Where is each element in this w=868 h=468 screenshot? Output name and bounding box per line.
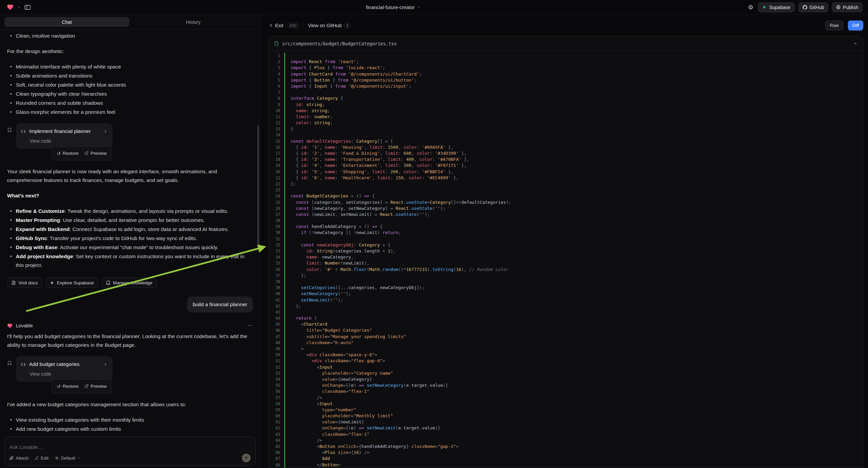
- line-number: 15: [269, 138, 284, 144]
- edit-card-add-budget-categories[interactable]: Add budget categories View code: [16, 356, 113, 382]
- view-code-link[interactable]: View code: [30, 370, 51, 378]
- explore-supabase-button[interactable]: Explore Supabase: [45, 277, 98, 288]
- project-switcher[interactable]: financial-future-creator: [366, 5, 421, 10]
- code-line: 24const BudgetCategories = () => {: [269, 193, 863, 199]
- supabase-icon: [50, 281, 54, 285]
- bookmark-icon[interactable]: [7, 127, 12, 133]
- code-line: 51 <div className="flex gap-4">: [269, 358, 863, 364]
- preview-button[interactable]: Preview: [82, 381, 110, 392]
- code-line: 12 color: string;: [269, 120, 863, 126]
- mode-label: Default: [61, 456, 75, 461]
- send-button[interactable]: [242, 454, 251, 462]
- file-path: src/components/budget/BudgetCategories.t…: [282, 41, 397, 46]
- preview-button[interactable]: Preview: [82, 148, 110, 159]
- user-message: build a financial planner: [187, 296, 253, 313]
- assistant-paragraph: I'll help you add budget categories to t…: [7, 332, 253, 350]
- code-text: [285, 309, 293, 315]
- line-number: 62: [269, 425, 284, 431]
- view-on-github-link[interactable]: View on GitHub 6: [308, 23, 350, 28]
- edit-card-implement-planner[interactable]: Implement financial planner View code: [16, 123, 113, 149]
- diff-toggle-button[interactable]: Diff: [848, 21, 863, 31]
- line-number: 7: [269, 89, 284, 95]
- code-text: limit: Number(newLimit),: [285, 260, 369, 266]
- restore-button[interactable]: ↺ Restore: [54, 381, 81, 392]
- code-line: 48 className="h-auto": [269, 340, 863, 346]
- line-number: 56: [269, 388, 284, 394]
- supabase-icon: [762, 5, 767, 9]
- line-number: 5: [269, 77, 284, 83]
- code-text: placeholder="Category name": [285, 370, 393, 376]
- chevron-right-icon: [103, 362, 108, 367]
- line-number: 21: [269, 175, 284, 181]
- chat-message-list[interactable]: Clean, intuitive navigation For the desi…: [0, 30, 260, 434]
- line-number: 26: [269, 205, 284, 211]
- restore-button[interactable]: ↺ Restore: [54, 148, 81, 159]
- code-card: src/components/budget/BudgetCategories.t…: [269, 36, 863, 468]
- line-number: 54: [269, 376, 284, 382]
- bullet-icon: [10, 102, 12, 104]
- code-editor[interactable]: 1 2import React from 'react';3import { P…: [269, 51, 863, 468]
- lovable-logo-icon[interactable]: [7, 4, 14, 11]
- github-button[interactable]: GitHub: [798, 2, 829, 12]
- exit-button[interactable]: Exit: [269, 23, 283, 28]
- line-number: 38: [269, 279, 284, 285]
- code-line: 65 <Button onClick={handleAddCategory} c…: [269, 443, 863, 449]
- code-text: id: String(categories.length + 1),: [285, 248, 396, 254]
- code-text: </Button>: [285, 462, 341, 468]
- code-text: setCategories([...categories, newCategor…: [285, 285, 425, 291]
- edit-mode-button[interactable]: Edit: [35, 456, 48, 461]
- list-item-text: Subtle animations and transitions: [16, 71, 92, 80]
- code-line: 61 value={newLimit}: [269, 419, 863, 425]
- chevron-down-icon[interactable]: [18, 6, 21, 9]
- bullet-icon: [10, 237, 12, 239]
- code-line: 17 { id: '2', name: 'Food & Dining', lim…: [269, 150, 863, 156]
- line-number: 17: [269, 150, 284, 156]
- supabase-button[interactable]: Supabase: [758, 2, 795, 12]
- project-name: financial-future-creator: [366, 5, 415, 10]
- code-line: 11 limit: number;: [269, 114, 863, 120]
- chat-input[interactable]: [9, 441, 251, 454]
- raw-toggle-button[interactable]: Raw: [825, 21, 843, 31]
- code-line: 58 <Input: [269, 401, 863, 407]
- visit-docs-button[interactable]: Visit docs: [7, 277, 42, 288]
- code-text: import { Plus } from 'lucide-react';: [285, 65, 385, 71]
- document-icon: [11, 281, 16, 285]
- tab-chat[interactable]: Chat: [4, 17, 129, 27]
- code-line: 42 };: [269, 303, 863, 309]
- code-line: 19 { id: '4', name: 'Entertainment', lim…: [269, 163, 863, 169]
- code-text: import React from 'react';: [285, 59, 359, 65]
- composer-toolbar: Attach Edit Default: [9, 454, 251, 462]
- chevron-up-icon[interactable]: [853, 41, 858, 46]
- code-line: 10 name: string;: [269, 108, 863, 114]
- bullet-icon: [10, 246, 12, 248]
- tab-history[interactable]: History: [131, 17, 256, 27]
- edit-card-toolbar: ↺ Restore Preview: [52, 146, 112, 160]
- settings-gear-icon[interactable]: ⚙: [748, 4, 753, 11]
- line-number: 23: [269, 187, 284, 193]
- line-number: 6: [269, 83, 284, 89]
- line-number: 67: [269, 456, 284, 462]
- view-code-link[interactable]: View code: [30, 137, 51, 145]
- line-number: 30: [269, 230, 284, 236]
- code-text: onChange={(e) => setNewLimit(e.target.va…: [285, 425, 440, 431]
- mode-selector[interactable]: Default: [55, 456, 81, 461]
- attach-button[interactable]: Attach: [9, 456, 29, 461]
- code-text: [285, 132, 293, 138]
- code-text: };: [285, 273, 306, 279]
- chevron-down-icon: [417, 6, 421, 9]
- code-text: if (!newCategory || !newLimit) return;: [285, 230, 401, 236]
- file-header[interactable]: src/components/budget/BudgetCategories.t…: [269, 36, 863, 51]
- chat-scrollbar[interactable]: [257, 125, 259, 246]
- sidebar-toggle-icon[interactable]: [25, 5, 31, 10]
- code-text: placeholder="Monthly limit": [285, 413, 393, 419]
- line-number: 57: [269, 395, 284, 401]
- bookmark-icon[interactable]: [7, 360, 12, 365]
- line-number: 14: [269, 132, 284, 138]
- manage-knowledge-button[interactable]: Manage knowledge: [102, 277, 157, 288]
- publish-button[interactable]: Publish: [832, 2, 863, 12]
- visit-docs-label: Visit docs: [19, 280, 38, 285]
- code-text: <Plus size={16} />: [285, 449, 369, 456]
- code-line: 68 </Button>: [269, 462, 863, 468]
- code-line: 2import React from 'react';: [269, 59, 863, 65]
- more-options-icon[interactable]: [248, 323, 253, 328]
